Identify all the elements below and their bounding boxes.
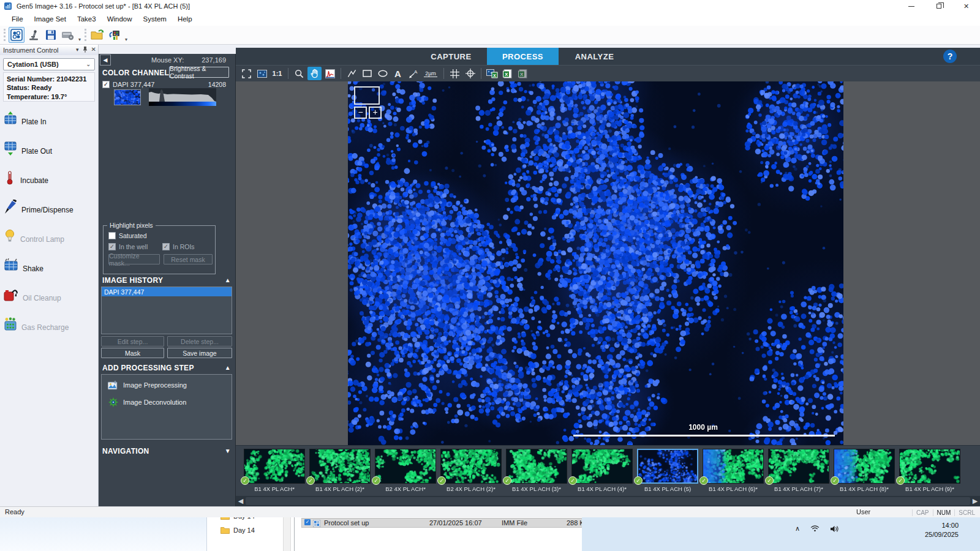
ellipse-tool-button[interactable] bbox=[375, 67, 390, 80]
reset-mask-button[interactable]: Reset mask bbox=[164, 254, 213, 264]
toolbar-separator bbox=[481, 68, 481, 79]
saturated-checkbox-row[interactable]: Saturated bbox=[108, 232, 147, 239]
open-protocol-button[interactable] bbox=[89, 27, 105, 43]
crosshair-button[interactable] bbox=[463, 67, 477, 80]
save-button[interactable] bbox=[43, 27, 59, 43]
panel-close-icon[interactable]: ✕ bbox=[91, 46, 96, 53]
minimize-button[interactable] bbox=[897, 0, 925, 12]
export-image-excel-button[interactable]: X bbox=[485, 67, 499, 80]
thumbnail-item[interactable]: ✓B1 4X PL ACH (7)* bbox=[768, 449, 829, 496]
incubate-button[interactable]: Incubate bbox=[4, 167, 96, 185]
folder-item[interactable]: Day 14 bbox=[221, 527, 255, 534]
channel-thumbnail[interactable] bbox=[114, 89, 141, 105]
help-button[interactable]: ? bbox=[943, 50, 957, 63]
channel-histogram[interactable] bbox=[149, 88, 216, 107]
mask-button[interactable]: Mask bbox=[101, 348, 164, 358]
pan-tool-button[interactable] bbox=[307, 67, 322, 80]
tray-chevron-up-icon[interactable]: ∧ bbox=[795, 525, 800, 533]
panel-menu-icon[interactable]: ▾ bbox=[76, 47, 79, 53]
restore-button[interactable] bbox=[925, 0, 952, 12]
collapse-up-icon[interactable]: ▲ bbox=[225, 364, 231, 371]
thumbnail-item-selected[interactable]: ✓B1 4X PL ACH (5) bbox=[637, 449, 698, 496]
collapse-up-icon[interactable]: ▲ bbox=[225, 277, 231, 283]
scrollbar-thumb[interactable] bbox=[246, 497, 970, 505]
thumbnail-item[interactable]: ✓B2 4X PL ACH* bbox=[375, 449, 436, 496]
menu-system[interactable]: System bbox=[138, 13, 172, 24]
brightness-contrast-button[interactable]: Brightness & Contrast bbox=[169, 67, 229, 78]
collapse-panel-button[interactable]: ◀ bbox=[100, 54, 111, 66]
actual-size-button[interactable]: 1:1 bbox=[270, 67, 284, 80]
save-image-button[interactable]: Save image bbox=[167, 348, 232, 358]
explorer-scrollbar[interactable] bbox=[283, 517, 291, 551]
image-viewport[interactable]: − + 1000 µm bbox=[236, 81, 980, 445]
menu-window[interactable]: Window bbox=[102, 13, 138, 24]
arrow-annotation-button[interactable]: A bbox=[406, 67, 420, 80]
image-history-list[interactable]: DAPI 377,447 bbox=[101, 287, 232, 334]
save-options-button[interactable] bbox=[60, 27, 76, 43]
file-checkbox[interactable]: ✓ bbox=[304, 519, 311, 525]
toolbar-overflow-chevron[interactable]: ▾ bbox=[123, 37, 129, 42]
saturated-checkbox[interactable] bbox=[108, 232, 116, 239]
speaker-icon[interactable] bbox=[830, 525, 839, 533]
thumbnail-item[interactable]: ✓B1 4X PL ACH (2)* bbox=[309, 449, 371, 496]
thumbnail-item[interactable]: ✓B1 4X PL ACH (6)* bbox=[703, 449, 764, 496]
export-all-excel-button[interactable]: X bbox=[516, 67, 530, 80]
thumbnail-item[interactable]: ✓B1 4X PL ACH (8)* bbox=[834, 449, 895, 496]
plate-in-button[interactable]: Plate In bbox=[4, 108, 96, 126]
oil-cleanup-button[interactable]: Oil Cleanup bbox=[4, 284, 96, 302]
close-button[interactable]: ✕ bbox=[952, 0, 980, 12]
explorer-file-row[interactable]: ✓ Protocol set up 27/01/2025 16:07 IMM F… bbox=[301, 518, 594, 528]
export-data-button[interactable] bbox=[107, 27, 123, 43]
pin-icon[interactable] bbox=[83, 47, 88, 53]
menu-take3[interactable]: Take3 bbox=[72, 13, 102, 24]
rectangle-tool-button[interactable] bbox=[360, 67, 374, 80]
tab-process[interactable]: PROCESS bbox=[487, 48, 559, 65]
scroll-left-icon[interactable]: ◀ bbox=[236, 496, 246, 506]
menu-file[interactable]: File bbox=[6, 13, 29, 24]
thumbnail-item[interactable]: ✓B1 4X PL ACH* bbox=[244, 449, 305, 496]
collapse-down-icon[interactable]: ▼ bbox=[225, 448, 231, 454]
menu-image-set[interactable]: Image Set bbox=[29, 13, 72, 24]
text-tool-button[interactable]: A bbox=[391, 67, 405, 80]
fit-to-window-button[interactable] bbox=[239, 67, 254, 80]
customize-mask-button[interactable]: Customize mask... bbox=[108, 254, 160, 264]
tab-capture[interactable]: CAPTURE bbox=[415, 48, 487, 65]
shake-button[interactable]: Shake bbox=[4, 255, 96, 273]
prime-dispense-button[interactable]: Prime/Dispense bbox=[4, 196, 96, 214]
microscopy-image[interactable] bbox=[348, 81, 843, 445]
thumbnail-scrollbar[interactable]: ◀ ▶ bbox=[236, 496, 980, 506]
folder-item[interactable]: Day 14 bbox=[221, 517, 255, 520]
scale-bar-tool-button[interactable]: 2µm bbox=[421, 67, 440, 80]
line-tool-button[interactable] bbox=[345, 67, 359, 80]
control-lamp-button[interactable]: Control Lamp bbox=[4, 225, 96, 244]
image-preprocessing-item[interactable]: Image Preprocessing bbox=[108, 380, 187, 390]
tab-analyze[interactable]: ANALYZE bbox=[559, 48, 630, 65]
histogram-tool-button[interactable] bbox=[323, 67, 337, 80]
instrument-select[interactable]: Cytation1 (USB) ⌄ bbox=[3, 58, 95, 70]
channel-checkbox[interactable]: ✓ bbox=[102, 81, 110, 88]
thumbnail-item[interactable]: ✓B1 4X PL ACH (3)* bbox=[506, 449, 567, 496]
edit-step-button[interactable]: Edit step... bbox=[101, 336, 164, 347]
export-data-excel-button[interactable]: X bbox=[500, 67, 514, 80]
zoom-in-button[interactable]: + bbox=[369, 107, 382, 119]
toolbar-overflow-chevron[interactable]: ▾ bbox=[77, 37, 83, 42]
wifi-icon[interactable] bbox=[810, 525, 820, 532]
scroll-right-icon[interactable]: ▶ bbox=[970, 496, 980, 506]
grid-overlay-button[interactable] bbox=[448, 67, 462, 80]
zoom-out-button[interactable]: − bbox=[354, 107, 367, 119]
history-item-selected[interactable]: DAPI 377,447 bbox=[102, 287, 232, 296]
plate-out-button[interactable]: Plate Out bbox=[4, 137, 96, 156]
thumbnail-item[interactable]: ✓B1 4X PL ACH (4)* bbox=[571, 449, 633, 496]
thumbnail-item[interactable]: ✓B2 4X PL ACH (2)* bbox=[440, 449, 502, 496]
taskbar-clock[interactable]: 14:00 25/09/2025 bbox=[925, 521, 959, 539]
menu-help[interactable]: Help bbox=[172, 13, 198, 24]
navigator-box[interactable] bbox=[354, 86, 380, 105]
zoom-tool-button[interactable] bbox=[292, 67, 306, 80]
full-image-view-button[interactable] bbox=[255, 67, 269, 80]
plate-reader-button[interactable] bbox=[9, 27, 24, 43]
image-deconvolution-item[interactable]: Image Deconvolution bbox=[108, 397, 186, 408]
microscope-button[interactable] bbox=[26, 27, 42, 43]
gas-recharge-button[interactable]: Gas Recharge bbox=[4, 313, 96, 332]
delete-step-button[interactable]: Delete step... bbox=[167, 336, 232, 347]
thumbnail-item[interactable]: ✓B1 4X PL ACH (9)* bbox=[899, 449, 960, 496]
